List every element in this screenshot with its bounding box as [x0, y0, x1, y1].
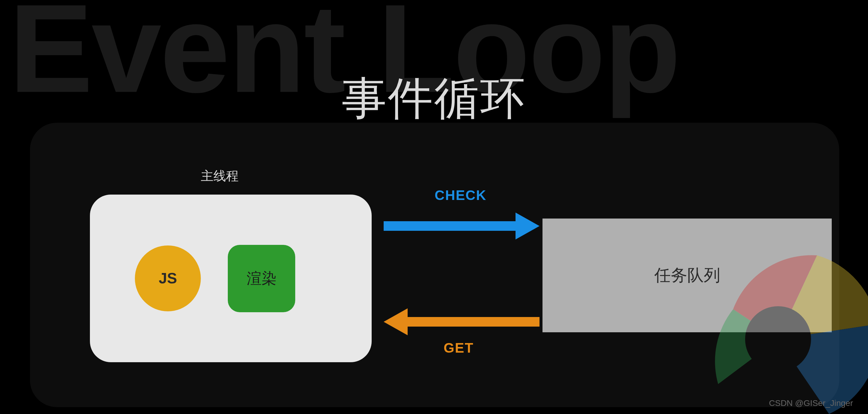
svg-marker-3 [384, 308, 408, 335]
check-arrow-label: CHECK [435, 187, 487, 203]
main-title: 事件循环 [342, 69, 526, 129]
watermark-text: CSDN @GISer_Jinger [769, 399, 853, 408]
render-node-box: 渲染 [228, 245, 295, 312]
get-arrow-label: GET [443, 340, 474, 356]
decorative-shapes-icon [643, 204, 868, 414]
main-thread-box: JS 渲染 [90, 195, 372, 362]
get-arrow-icon [384, 305, 539, 338]
js-node-circle: JS [135, 245, 201, 311]
svg-marker-1 [516, 212, 539, 239]
check-arrow-icon [384, 210, 539, 242]
svg-point-4 [745, 306, 811, 372]
main-thread-label: 主线程 [201, 168, 239, 184]
